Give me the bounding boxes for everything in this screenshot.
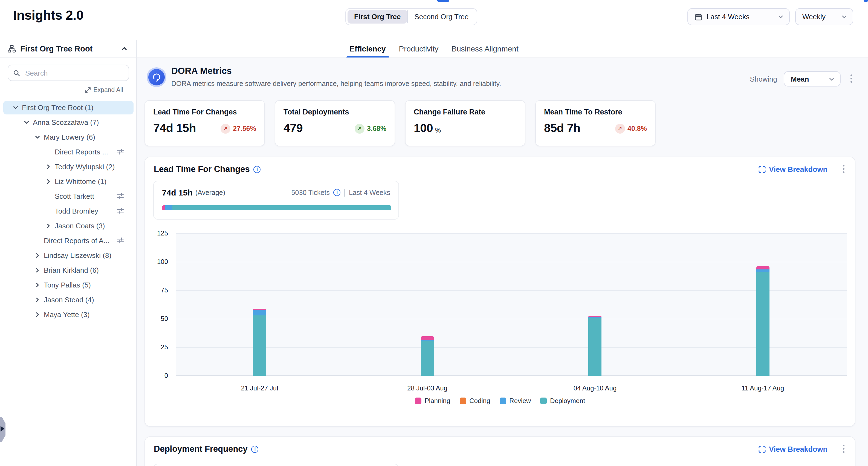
metric-card-value: 479 [283,122,303,135]
dora-controls: Showing Mean [750,71,855,87]
metric-card-change-failure-rate: Change Failure Rate100% [405,100,525,146]
x-axis-tick-label: 04 Aug-10 Aug [557,384,633,392]
legend-label: Review [509,397,531,405]
metric-card-value: 74d 15h [153,122,196,135]
insights-app: Insights 2.0 First Org TreeSecond Org Tr… [0,0,868,466]
deployment-frequency-view-breakdown-button[interactable]: View Breakdown [755,444,831,454]
filter-settings-icon[interactable] [117,207,124,215]
granularity-select[interactable]: Weekly [795,8,853,25]
stacked-bar-21-jul-27-jul[interactable] [253,309,266,376]
chevron-down-icon[interactable] [12,104,19,111]
expand-diagonal-icon [85,87,91,93]
phase-distribution-bar [162,205,391,210]
tree-item-label: Anna Scozzafava (7) [33,118,99,126]
date-range-select[interactable]: Last 4 Weeks [687,8,790,25]
tree-item-lindsay-liszewski-8[interactable]: Lindsay Liszewski (8) [0,248,137,263]
tree-item-jason-stead-4[interactable]: Jason Stead (4) [0,292,137,307]
chevron-right-icon[interactable] [45,178,52,185]
lead-time-view-breakdown-button[interactable]: View Breakdown [755,165,831,174]
deployment-frequency-overflow-menu-icon[interactable] [840,443,847,455]
bar-segment-review [253,310,266,315]
summary-period: Last 4 Weeks [349,188,390,196]
stacked-bar-11-aug-17-aug[interactable] [756,266,770,376]
metric-card-value: 100 [414,122,433,135]
dora-section-title: DORA Metrics [171,66,232,76]
tree-item-direct-reports-of-a[interactable]: Direct Reports of A... [0,233,137,248]
sidebar-root-label: First Org Tree Root [20,45,116,53]
y-axis-tick-label: 0 [145,372,168,379]
stacked-bar-28-jul-03-aug[interactable] [421,337,434,376]
chevron-right-icon[interactable] [34,252,40,259]
dora-overflow-menu-icon[interactable] [847,74,855,84]
chart-legend: PlanningCodingReviewDeployment [145,397,855,405]
chevron-right-icon[interactable] [34,311,40,318]
chevron-right-icon[interactable] [45,164,52,170]
filter-settings-icon[interactable] [117,192,124,200]
tree-item-liz-whittome-1[interactable]: Liz Whittome (1) [0,174,137,189]
tree-item-anna-scozzafava-7[interactable]: Anna Scozzafava (7) [0,115,137,130]
tree-item-mary-lowery-6[interactable]: Mary Lowery (6) [0,130,137,145]
legend-label: Deployment [550,397,585,405]
tree-item-first-org-tree-root-1[interactable]: First Org Tree Root (1) [0,100,137,115]
search-input[interactable] [24,68,124,78]
bar-segment-deployment [253,315,266,376]
tree-item-label: Scott Tarkett [55,192,94,200]
tree-item-label: Jason Stead (4) [44,296,94,304]
tree-item-tony-pallas-5[interactable]: Tony Pallas (5) [0,278,137,292]
chevron-right-icon[interactable] [34,282,40,288]
legend-label: Coding [469,397,490,405]
tree-item-label: Direct Reports of A... [44,237,110,245]
y-axis-tick-label: 50 [145,315,168,323]
metric-delta-badge: ↗3.68% [354,123,386,133]
expand-all-label: Expand All [93,87,123,93]
org-tree-tab-first-org-tree[interactable]: First Org Tree [347,10,407,24]
expand-corners-icon [758,166,766,173]
aggregation-select[interactable]: Mean [784,71,841,87]
distribution-segment-deployment [173,205,391,210]
stacked-bar-04-aug-10-aug[interactable] [589,316,602,376]
dora-section-subtitle: DORA metrics measure software delivery p… [171,80,501,88]
filter-settings-icon[interactable] [117,148,124,155]
tree-item-brian-kirkland-6[interactable]: Brian Kirkland (6) [0,263,137,278]
legend-item-coding: Coding [460,397,490,405]
chevron-placeholder [45,193,52,200]
chevron-down-icon[interactable] [34,134,40,141]
info-icon[interactable] [254,166,261,173]
lead-time-overflow-menu-icon[interactable] [840,164,847,175]
tab-efficiency[interactable]: Efficiency [343,40,392,58]
tree-item-direct-reports[interactable]: Direct Reports ... [0,145,137,159]
chevron-right-icon[interactable] [45,223,52,229]
tab-productivity[interactable]: Productivity [393,40,445,58]
org-tree-tab-second-org-tree[interactable]: Second Org Tree [408,10,475,24]
lead-time-average-qualifier: (Average) [195,188,225,196]
main-content: DORA Metrics DORA metrics measure softwa… [137,58,868,466]
metric-card-title: Change Failure Rate [414,108,517,116]
calendar-icon [694,13,702,21]
metric-card-lead-time-for-changes: Lead Time For Changes74d 15h↗27.56% [145,100,265,146]
metric-delta-badge: ↗40.8% [615,123,647,133]
chevron-down-icon [778,14,784,20]
chevron-placeholder [45,208,52,214]
filter-settings-icon[interactable] [117,237,124,244]
chevron-placeholder [34,237,40,244]
sidebar-collapse-button[interactable] [120,45,129,53]
tree-item-label: Direct Reports ... [55,148,108,156]
expand-all-button[interactable]: Expand All [81,86,126,94]
chevron-right-icon[interactable] [34,267,40,273]
deployment-frequency-title: Deployment Frequency [154,444,248,454]
metric-card-unit: % [435,126,441,134]
chevron-right-icon[interactable] [34,296,40,303]
chevron-down-icon[interactable] [23,119,30,126]
gridline [176,375,847,376]
metric-delta-value: 27.56% [233,124,256,132]
tree-item-maya-yette-3[interactable]: Maya Yette (3) [0,307,137,322]
tab-business-alignment[interactable]: Business Alignment [445,40,525,58]
tree-item-jason-coats-3[interactable]: Jason Coats (3) [0,219,137,233]
sidebar-header: First Org Tree Root [0,40,136,58]
tree-item-todd-bromley[interactable]: Todd Bromley [0,204,137,219]
tree-item-scott-tarkett[interactable]: Scott Tarkett [0,189,137,204]
org-chart-icon [8,45,16,53]
info-icon[interactable] [251,445,258,453]
info-icon[interactable] [334,189,341,196]
tree-item-teddy-wylupski-2[interactable]: Teddy Wylupski (2) [0,159,137,174]
